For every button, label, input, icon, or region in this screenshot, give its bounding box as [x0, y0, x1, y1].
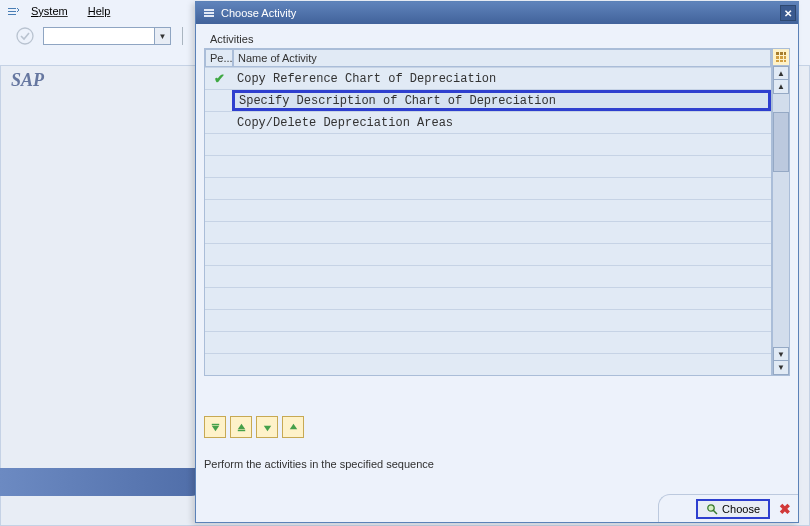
- column-header-name[interactable]: Name of Activity: [233, 49, 771, 67]
- nav-last-icon[interactable]: [282, 416, 304, 438]
- dialog-title-bar: Choose Activity ✕: [196, 2, 798, 24]
- close-icon[interactable]: ✕: [780, 5, 796, 21]
- help-text: Perform the activities in the specified …: [204, 458, 790, 470]
- dialog-title: Choose Activity: [221, 7, 780, 19]
- choose-label: Choose: [722, 503, 760, 515]
- toolbar-divider: [182, 27, 183, 45]
- choose-activity-dialog: Choose Activity ✕ Activities Pe... Name …: [195, 1, 799, 523]
- svg-point-19: [708, 504, 714, 510]
- scroll-up-arrow-2[interactable]: ▲: [773, 80, 789, 94]
- menu-icon[interactable]: [5, 4, 19, 18]
- menu-system[interactable]: System: [23, 3, 76, 19]
- activity-name[interactable]: Specify Description of Chart of Deprecia…: [232, 90, 771, 111]
- svg-rect-18: [263, 423, 270, 424]
- activities-header: Activities: [204, 30, 790, 48]
- scroll-thumb[interactable]: [773, 112, 789, 172]
- dialog-icon: [202, 6, 216, 20]
- table-row[interactable]: ✔ Copy Reference Chart of Depreciation: [205, 67, 771, 89]
- table-settings-button[interactable]: [772, 48, 790, 66]
- search-icon: [706, 503, 718, 515]
- table-row[interactable]: [205, 243, 771, 265]
- svg-rect-7: [776, 52, 779, 55]
- table-row[interactable]: [205, 331, 771, 353]
- svg-rect-16: [211, 423, 218, 424]
- table-row[interactable]: [205, 309, 771, 331]
- accept-icon[interactable]: [15, 26, 35, 46]
- svg-rect-17: [237, 429, 244, 430]
- svg-rect-4: [204, 9, 214, 11]
- scrollbar[interactable]: ▲ ▲ ▼ ▼: [772, 66, 790, 376]
- svg-rect-8: [780, 52, 783, 55]
- svg-rect-2: [8, 14, 16, 15]
- nav-up-icon[interactable]: [230, 416, 252, 438]
- svg-rect-0: [8, 8, 16, 9]
- svg-rect-11: [780, 56, 783, 59]
- svg-line-20: [714, 510, 718, 514]
- table-row[interactable]: [205, 199, 771, 221]
- svg-rect-12: [784, 56, 786, 59]
- svg-rect-9: [784, 52, 786, 55]
- table-row[interactable]: [205, 177, 771, 199]
- footer-curve: [0, 468, 205, 496]
- svg-rect-5: [204, 12, 214, 14]
- table-row[interactable]: [205, 287, 771, 309]
- table-row[interactable]: Specify Description of Chart of Deprecia…: [205, 89, 771, 111]
- activity-name[interactable]: Copy Reference Chart of Depreciation: [233, 68, 771, 89]
- table-row[interactable]: [205, 133, 771, 155]
- svg-rect-10: [776, 56, 779, 59]
- nav-first-icon[interactable]: [204, 416, 226, 438]
- scroll-down-arrow-2[interactable]: ▼: [773, 347, 789, 361]
- svg-rect-1: [8, 11, 16, 12]
- svg-rect-13: [776, 60, 779, 62]
- activity-name[interactable]: Copy/Delete Depreciation Areas: [233, 112, 771, 133]
- table-row[interactable]: [205, 353, 771, 375]
- scroll-down-arrow[interactable]: ▼: [773, 361, 789, 375]
- choose-button[interactable]: Choose: [696, 499, 770, 519]
- scroll-up-arrow[interactable]: ▲: [773, 66, 789, 80]
- table-row[interactable]: [205, 155, 771, 177]
- command-field[interactable]: ▼: [43, 27, 171, 45]
- check-icon: ✔: [214, 71, 225, 86]
- svg-rect-6: [204, 15, 214, 17]
- svg-point-3: [17, 28, 33, 44]
- activities-table: Pe... Name of Activity ✔ Copy Reference …: [204, 48, 772, 376]
- nav-down-icon[interactable]: [256, 416, 278, 438]
- dialog-footer: Choose ✖: [658, 494, 798, 522]
- svg-rect-15: [784, 60, 786, 62]
- cancel-icon[interactable]: ✖: [776, 500, 794, 518]
- table-row[interactable]: Copy/Delete Depreciation Areas: [205, 111, 771, 133]
- table-row[interactable]: [205, 265, 771, 287]
- chevron-down-icon[interactable]: ▼: [154, 28, 170, 44]
- menu-help[interactable]: Help: [80, 3, 119, 19]
- column-header-performed[interactable]: Pe...: [205, 49, 233, 67]
- table-row[interactable]: [205, 221, 771, 243]
- svg-rect-14: [780, 60, 783, 62]
- icon-toolbar: [204, 416, 790, 438]
